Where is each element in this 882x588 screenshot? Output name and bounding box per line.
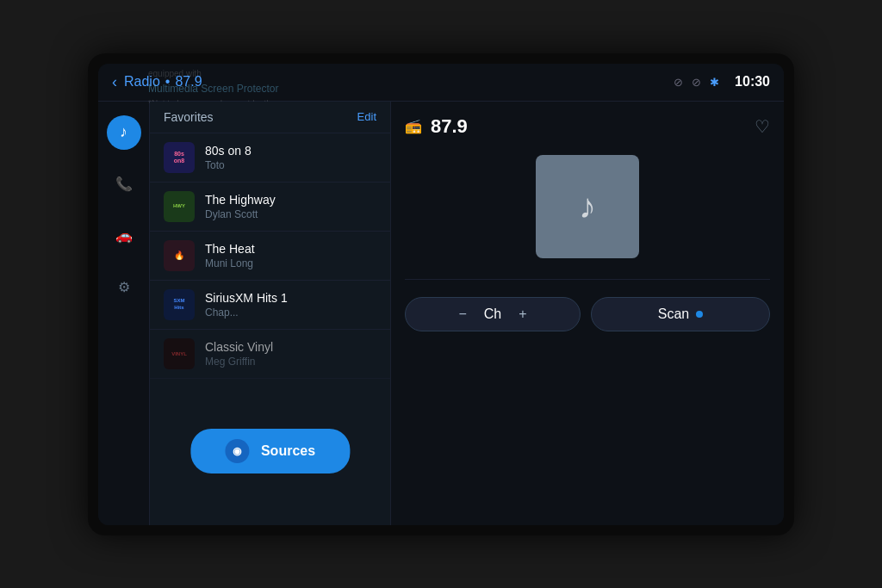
station-logo: 80son8	[164, 142, 195, 173]
album-art: ♪	[536, 155, 639, 258]
station-info: 80s on 8 Toto	[205, 144, 376, 171]
music-icon: ♪	[120, 123, 127, 141]
sources-overlay: ◉ Sources	[190, 429, 350, 473]
station-name: The Heat	[205, 242, 376, 256]
frequency-display: 📻 87.9	[405, 115, 468, 138]
clock-display: 10:30	[735, 74, 770, 90]
now-playing-panel: 📻 87.9 ♡ ♪ − Ch +	[391, 102, 784, 525]
station-name: 80s on 8	[205, 144, 376, 158]
station-logo: VINYL	[164, 338, 195, 369]
station-info: SiriusXM Hits 1 Chap...	[205, 291, 376, 319]
station-artist: Muni Long	[205, 257, 376, 269]
favorites-panel: Favorites Edit 80son8 80s on 8 Toto H	[150, 102, 391, 525]
now-playing-header: 📻 87.9 ♡	[405, 115, 770, 138]
sources-circle-icon: ◉	[225, 439, 249, 463]
ch-minus-button[interactable]: −	[455, 306, 469, 322]
station-info: The Highway Dylan Scott	[205, 193, 376, 220]
sidebar-item-settings[interactable]: ⚙	[107, 270, 141, 305]
station-name: Classic Vinyl	[205, 340, 376, 354]
station-artist: Toto	[205, 159, 376, 171]
radio-icon: 📻	[405, 118, 422, 134]
phone-icon: ⊘	[692, 76, 701, 89]
station-name: SiriusXM Hits 1	[205, 291, 376, 305]
favorite-button[interactable]: ♡	[755, 116, 770, 137]
main-content-area: ♪ 📞 🚗 ⚙ Favorites Edit	[98, 102, 784, 525]
playback-controls: − Ch + Scan	[405, 297, 770, 331]
ch-plus-button[interactable]: +	[515, 306, 530, 322]
sidebar-item-phone[interactable]: 📞	[107, 167, 141, 201]
sidebar-navigation: ♪ 📞 🚗 ⚙	[98, 102, 150, 525]
channel-control[interactable]: − Ch +	[405, 297, 581, 331]
mute-icon: ⊘	[674, 76, 683, 89]
station-artist: Dylan Scott	[205, 208, 376, 220]
header-separator: •	[165, 74, 171, 90]
sources-button[interactable]: ◉ Sources	[190, 429, 350, 473]
settings-icon: ⚙	[118, 279, 130, 295]
station-logo: SXMHits	[164, 289, 195, 320]
station-item[interactable]: SXMHits SiriusXM Hits 1 Chap...	[150, 281, 390, 330]
car-display-frame: equipped with Multimedia Screen Protecto…	[88, 53, 794, 535]
favorites-title: Favorites	[164, 110, 214, 124]
circle-icon: ◉	[233, 445, 241, 457]
header-frequency: 87.9	[175, 74, 202, 90]
station-artist: Chap...	[205, 306, 376, 319]
back-button[interactable]: ‹	[112, 73, 117, 91]
car-icon: 🚗	[115, 227, 133, 244]
station-item[interactable]: VINYL Classic Vinyl Meg Griffin	[150, 330, 390, 379]
status-icons: ⊘ ⊘ ✱ 10:30	[674, 74, 770, 90]
frequency-value: 87.9	[431, 115, 468, 138]
bluetooth-icon: ✱	[710, 76, 719, 89]
ch-label: Ch	[484, 306, 501, 322]
station-item[interactable]: 🔥 The Heat Muni Long	[150, 232, 390, 281]
station-item[interactable]: HWY The Highway Dylan Scott	[150, 183, 390, 232]
station-name: The Highway	[205, 193, 376, 207]
divider	[405, 279, 770, 280]
header-bar: ‹ Radio • 87.9 ⊘ ⊘ ✱ 10:30	[98, 64, 784, 102]
sidebar-item-car[interactable]: 🚗	[107, 219, 141, 253]
music-note-icon: ♪	[579, 187, 596, 226]
scan-button[interactable]: Scan	[591, 297, 770, 331]
edit-button[interactable]: Edit	[357, 110, 376, 123]
sources-label: Sources	[261, 443, 315, 459]
screen-title: Radio	[124, 74, 160, 90]
phone-icon: 📞	[115, 176, 133, 192]
station-info: The Heat Muni Long	[205, 242, 376, 269]
album-art-container: ♪	[536, 155, 639, 258]
infotainment-screen: ‹ Radio • 87.9 ⊘ ⊘ ✱ 10:30 ♪ 📞	[98, 64, 784, 525]
station-item[interactable]: 80son8 80s on 8 Toto	[150, 133, 390, 183]
station-logo: 🔥	[164, 240, 195, 271]
station-artist: Meg Griffin	[205, 356, 376, 368]
station-logo: HWY	[164, 191, 195, 222]
scan-label: Scan	[658, 306, 689, 322]
sidebar-item-music[interactable]: ♪	[107, 115, 141, 150]
favorites-header: Favorites Edit	[150, 102, 390, 133]
scan-dot-icon	[696, 311, 703, 318]
station-info: Classic Vinyl Meg Griffin	[205, 340, 376, 368]
